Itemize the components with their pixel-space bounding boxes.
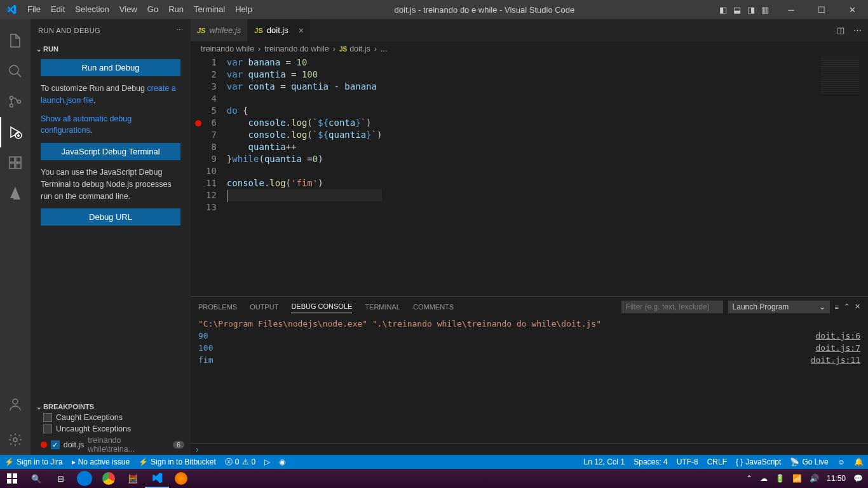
settings-gear-icon[interactable] [0, 424, 31, 455]
live-share-icon[interactable]: ◉ [275, 455, 290, 469]
task-view-icon[interactable]: ⊟ [48, 469, 72, 488]
onedrive-icon[interactable]: ☁ [760, 474, 768, 483]
problems-status[interactable]: ⓧ0 ⚠0 [220, 455, 260, 469]
source-link[interactable]: doit.js:7 [816, 343, 860, 355]
panel-tab-comments[interactable]: COMMENTS [413, 301, 454, 313]
run-and-debug-button[interactable]: Run and Debug [41, 59, 180, 76]
notifications-taskbar-icon[interactable]: 💬 [853, 474, 863, 483]
tab-whilee[interactable]: JS whilee.js [191, 19, 248, 41]
panel-tab-terminal[interactable]: TERMINAL [365, 301, 400, 313]
cursor-position[interactable]: Ln 12, Col 1 [580, 455, 630, 469]
toggle-primary-sidebar-icon[interactable]: ◧ [719, 5, 727, 15]
maximize-panel-icon[interactable]: ⌃ [844, 302, 850, 311]
debug-status-icon[interactable]: ▷ [260, 455, 275, 469]
menu-go[interactable]: Go [142, 0, 163, 19]
extensions-icon[interactable] [0, 147, 31, 178]
minimap[interactable] [821, 57, 859, 95]
window-title: doit.js - treinando do e while - Visual … [257, 5, 712, 15]
search-taskbar-icon[interactable]: 🔍 [24, 469, 48, 488]
debug-filter-input[interactable] [621, 301, 723, 313]
run-section-header[interactable]: ⌄ RUN [31, 44, 191, 54]
more-tab-actions-icon[interactable]: ⋯ [853, 25, 862, 35]
svg-point-9 [13, 399, 18, 404]
maximize-button[interactable]: ☐ [807, 0, 836, 19]
go-live[interactable]: 📡Go Live [785, 455, 832, 469]
menu-run[interactable]: Run [163, 0, 189, 19]
explorer-icon[interactable] [0, 25, 31, 56]
menu-view[interactable]: View [114, 0, 142, 19]
accounts-icon[interactable] [0, 389, 31, 419]
checkbox-icon[interactable] [43, 424, 52, 433]
svg-rect-13 [7, 479, 11, 484]
calculator-icon[interactable]: 🧮 [121, 469, 145, 488]
toggle-secondary-sidebar-icon[interactable]: ◨ [747, 5, 755, 15]
start-button[interactable] [0, 469, 24, 488]
uncaught-exceptions-item[interactable]: Uncaught Exceptions [31, 423, 191, 435]
battery-icon[interactable]: 🔋 [775, 474, 785, 483]
code-content[interactable]: var banana = 10 var quantia = 100 var co… [227, 57, 383, 296]
notifications-icon[interactable]: 🔔 [850, 455, 868, 469]
title-bar: File Edit Selection View Go Run Terminal… [0, 0, 868, 19]
run-section-label: RUN [43, 45, 58, 53]
feedback-icon[interactable]: ☺ [833, 455, 850, 469]
panel-tab-output[interactable]: OUTPUT [250, 301, 278, 313]
source-link[interactable]: doit.js:6 [816, 331, 860, 343]
jira-signin[interactable]: ⚡Sign in to Jira [0, 455, 67, 469]
js-debug-terminal-button[interactable]: JavaScript Debug Terminal [41, 143, 180, 160]
close-panel-icon[interactable]: ✕ [855, 302, 860, 311]
vscode-taskbar-icon[interactable] [145, 469, 169, 488]
bitbucket-signin[interactable]: ⚡Sign in to Bitbucket [134, 455, 220, 469]
minimize-button[interactable]: ─ [776, 0, 806, 19]
menu-edit[interactable]: Edit [46, 0, 70, 19]
show-auto-configs-link[interactable]: Show all automatic debug configurations [41, 114, 132, 135]
firefox-icon[interactable] [169, 469, 193, 488]
source-control-icon[interactable] [0, 86, 31, 117]
menu-file[interactable]: File [22, 0, 46, 19]
menu-terminal[interactable]: Terminal [189, 0, 230, 19]
menu-help[interactable]: Help [230, 0, 257, 19]
close-tab-icon[interactable]: × [299, 25, 304, 36]
wifi-icon[interactable]: 📶 [792, 474, 802, 483]
debug-console-input[interactable]: › [191, 443, 868, 455]
encoding[interactable]: UTF-8 [672, 455, 703, 469]
main-area: RUN AND DEBUG ⋯ ⌄ RUN Run and Debug To c… [0, 19, 868, 455]
panel-tab-debug-console[interactable]: DEBUG CONSOLE [291, 300, 352, 313]
svg-rect-11 [7, 473, 11, 478]
tab-doit[interactable]: JS doit.js × [248, 19, 311, 41]
azure-icon[interactable] [0, 178, 31, 208]
toggle-panel-icon[interactable]: ⬓ [733, 5, 741, 15]
search-icon[interactable] [0, 56, 31, 86]
caught-exceptions-item[interactable]: Caught Exceptions [31, 412, 191, 423]
customize-layout-icon[interactable]: ▥ [761, 5, 769, 15]
debug-url-button[interactable]: Debug URL [41, 208, 180, 226]
breakpoint-file-item[interactable]: ✓ doit.js treinando while\treina... 6 [31, 435, 191, 455]
clock[interactable]: 11:50 [827, 474, 846, 483]
breadcrumb[interactable]: treinando while› treinando do while› JS … [191, 41, 868, 57]
eol[interactable]: CRLF [703, 455, 731, 469]
edge-icon[interactable] [77, 471, 92, 486]
menu-selection[interactable]: Selection [70, 0, 114, 19]
clear-console-icon[interactable]: ≡ [835, 303, 839, 311]
checkbox-icon[interactable] [43, 413, 52, 422]
indentation[interactable]: Spaces: 4 [629, 455, 672, 469]
checkbox-checked-icon[interactable]: ✓ [51, 440, 60, 449]
svg-rect-14 [13, 479, 17, 484]
jira-issue[interactable]: ▸No active issue [67, 455, 134, 469]
split-editor-icon[interactable]: ◫ [837, 25, 844, 35]
breakpoint-gutter[interactable] [191, 57, 206, 296]
breakpoints-header[interactable]: ⌄ BREAKPOINTS [31, 402, 191, 412]
launch-config-select[interactable]: Launch Program⌄ [728, 301, 830, 313]
chrome-icon[interactable] [97, 469, 121, 488]
volume-icon[interactable]: 🔊 [810, 474, 819, 483]
breakpoint-line-badge: 6 [173, 441, 184, 449]
tray-expand-icon[interactable]: ⌃ [746, 474, 752, 483]
debug-console-output[interactable]: "C:\Program Files\nodejs\node.exe" ".\tr… [191, 316, 868, 443]
breakpoint-marker-icon[interactable] [195, 120, 201, 126]
language-mode[interactable]: { }JavaScript [731, 455, 785, 469]
code-editor[interactable]: 123 456 789 101112 13 var banana = 10 va… [191, 57, 868, 296]
close-button[interactable]: ✕ [837, 0, 867, 19]
more-actions-icon[interactable]: ⋯ [176, 26, 184, 34]
panel-tab-problems[interactable]: PROBLEMS [198, 301, 237, 313]
source-link[interactable]: doit.js:11 [811, 355, 860, 367]
run-debug-icon[interactable] [0, 117, 31, 147]
